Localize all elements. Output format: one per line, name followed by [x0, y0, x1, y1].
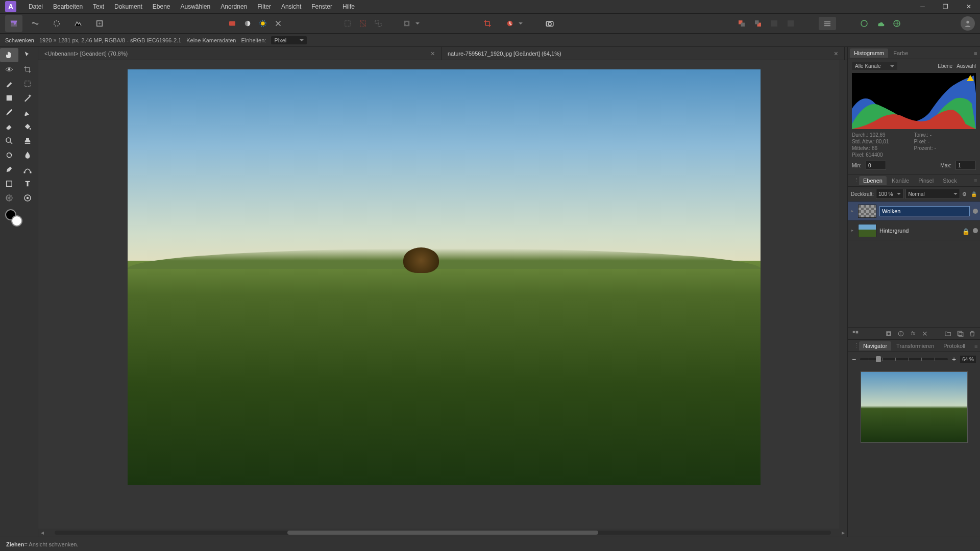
navigator-preview[interactable]: [861, 371, 968, 443]
fx-layer-icon[interactable]: fx: [909, 329, 918, 338]
zoom-slider-handle[interactable]: [876, 356, 881, 362]
tab-navigator[interactable]: Navigator: [859, 341, 891, 350]
close-icon[interactable]: ×: [431, 49, 435, 58]
user-avatar[interactable]: [961, 16, 975, 31]
assistant-button[interactable]: [503, 17, 517, 30]
marquee-tool[interactable]: [18, 77, 37, 91]
zoom-in-button[interactable]: +: [952, 355, 956, 363]
menu-ansicht[interactable]: Ansicht: [276, 1, 306, 12]
hand-tool[interactable]: [0, 48, 18, 62]
clipping-warning-icon[interactable]: [967, 75, 974, 81]
menu-anordnen[interactable]: Anordnen: [215, 1, 252, 12]
autocolor-button[interactable]: [226, 17, 239, 30]
menu-fenster[interactable]: Fenster: [306, 1, 337, 12]
menu-bearbeiten[interactable]: Bearbeiten: [48, 1, 88, 12]
maximize-button[interactable]: ❐: [934, 0, 957, 13]
scrollbar-thumb[interactable]: [287, 531, 598, 535]
adjustment-layer-icon[interactable]: [896, 329, 905, 338]
visibility-dot-icon[interactable]: [973, 209, 978, 214]
lock-icon[interactable]: 🔒: [971, 191, 977, 197]
horizontal-scrollbar[interactable]: ◂▸: [38, 529, 847, 537]
tab-transformieren[interactable]: Transformieren: [892, 341, 938, 350]
tab-histogram[interactable]: Histogramm: [850, 48, 888, 58]
layer-row-hintergrund[interactable]: ▸ Hintergrund 🔒: [848, 221, 980, 240]
expand-icon[interactable]: ▸: [850, 228, 855, 233]
close-icon[interactable]: ×: [834, 49, 838, 58]
thumbnail-size-icon[interactable]: [851, 329, 860, 338]
tab-protokoll[interactable]: Protokoll: [939, 341, 969, 350]
selection-none-icon[interactable]: [356, 17, 370, 30]
paintbrush-tool[interactable]: [0, 105, 18, 119]
lock-icon[interactable]: 🔒: [962, 228, 970, 233]
hist-mode-layer[interactable]: Ebene: [938, 63, 952, 69]
collapse-icon[interactable]: ⋮: [850, 176, 858, 185]
panel-menu-icon[interactable]: ≡: [970, 48, 978, 58]
group-layer-icon[interactable]: [943, 329, 952, 338]
visibility-dot-icon[interactable]: [973, 228, 978, 233]
menu-filter[interactable]: Filter: [252, 1, 276, 12]
camera-icon[interactable]: [543, 17, 556, 30]
zoom-tool[interactable]: [0, 134, 18, 148]
hist-min-input[interactable]: [866, 161, 886, 170]
menu-dokument[interactable]: Dokument: [109, 1, 148, 12]
autolevels-button[interactable]: [272, 17, 285, 30]
panel-menu-icon[interactable]: ≡: [970, 176, 978, 185]
dodge-tool[interactable]: [0, 148, 18, 162]
collapse-icon[interactable]: ⋮: [850, 341, 858, 350]
units-select[interactable]: Pixel: [271, 36, 307, 44]
studio-toggle-button[interactable]: [819, 17, 836, 30]
menu-hilfe[interactable]: Hilfe: [337, 1, 360, 12]
tab-farbe[interactable]: Farbe: [889, 48, 912, 58]
doc-tab-1[interactable]: <Unbenannt> [Geändert] (70,8%)×: [38, 47, 442, 60]
selection-brush-tool[interactable]: [0, 77, 18, 91]
hist-mode-selection[interactable]: Auswahl: [957, 63, 976, 69]
export-persona-icon[interactable]: [91, 15, 108, 32]
node-tool[interactable]: [18, 162, 37, 177]
smudge-tool[interactable]: [18, 148, 37, 162]
menu-ebene[interactable]: Ebene: [148, 1, 176, 12]
liquify-persona-icon[interactable]: [27, 15, 44, 32]
opacity-field[interactable]: 100 %: [876, 189, 903, 199]
tab-stock[interactable]: Stock: [939, 176, 961, 185]
color-picker-tool[interactable]: [18, 191, 37, 205]
pen-tool[interactable]: [0, 162, 18, 177]
quickmask-dropdown-icon[interactable]: [415, 22, 420, 24]
selection-invert-icon[interactable]: [372, 17, 385, 30]
mask-layer-icon[interactable]: [884, 329, 893, 338]
arrange-left-icon[interactable]: [735, 17, 748, 30]
selection-rect-icon[interactable]: [341, 17, 354, 30]
zoom-slider[interactable]: [860, 358, 948, 360]
mesh-tool[interactable]: [0, 191, 18, 205]
globe-icon[interactable]: [890, 17, 903, 30]
flood-select-tool[interactable]: [0, 91, 18, 105]
text-tool[interactable]: [18, 177, 37, 191]
tab-kanaele[interactable]: Kanäle: [888, 176, 913, 185]
canvas[interactable]: ◂▸: [38, 60, 847, 537]
scroll-right-icon[interactable]: ▸: [839, 529, 847, 536]
layer-name-input[interactable]: [879, 206, 970, 216]
arrange-right-icon[interactable]: [751, 17, 765, 30]
expand-icon[interactable]: ▸: [850, 209, 855, 213]
fill-tool[interactable]: [18, 119, 37, 134]
move-tool[interactable]: [18, 48, 37, 62]
view-tool[interactable]: [0, 62, 18, 77]
layer-row-wolken[interactable]: ▸: [848, 202, 980, 221]
menu-text[interactable]: Text: [88, 1, 109, 12]
add-layer-icon[interactable]: [955, 329, 965, 338]
channel-select[interactable]: Alle Kanäle: [852, 62, 897, 70]
pixel-tool[interactable]: [18, 105, 37, 119]
color-swatch[interactable]: [5, 209, 22, 227]
autocontrast-button[interactable]: [241, 17, 254, 30]
tab-pinsel[interactable]: Pinsel: [914, 176, 938, 185]
scroll-left-icon[interactable]: ◂: [38, 529, 46, 536]
vertical-scrollbar[interactable]: [839, 60, 847, 529]
develop-persona-icon[interactable]: [48, 15, 65, 32]
tab-ebenen[interactable]: Ebenen: [859, 176, 887, 185]
crop-tool-button[interactable]: [481, 17, 494, 30]
shape-tool[interactable]: [0, 177, 18, 191]
tonemap-persona-icon[interactable]: [69, 15, 87, 32]
stamp-tool[interactable]: [18, 134, 37, 148]
zoom-out-button[interactable]: −: [852, 355, 856, 363]
close-button[interactable]: ✕: [957, 0, 980, 13]
assistant-dropdown-icon[interactable]: [519, 22, 523, 24]
